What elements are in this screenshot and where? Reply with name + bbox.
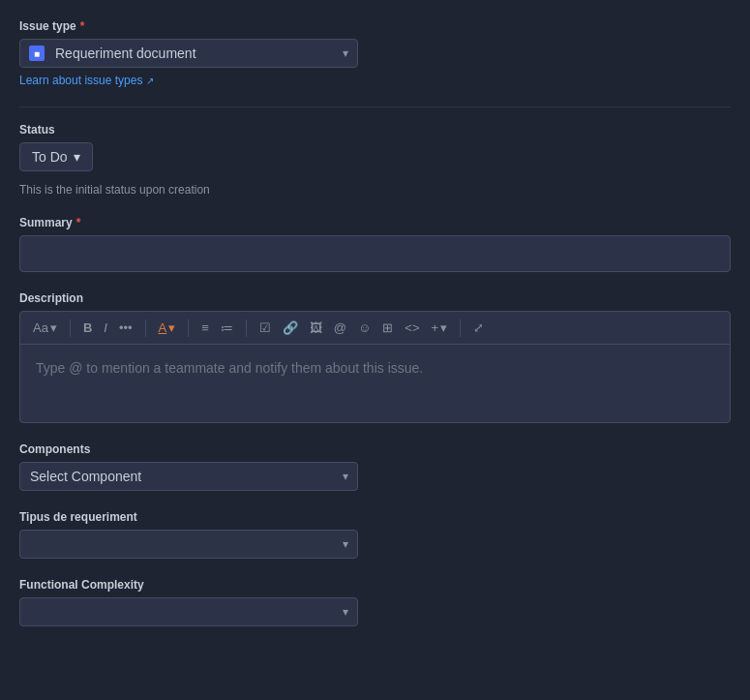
issue-type-select-wrapper: ■ Requeriment document Bug Task Story ▾ [19,39,358,68]
description-label: Description [19,291,731,305]
external-link-icon: ↗ [146,76,154,86]
table-button[interactable]: ⊞ [377,318,398,338]
issue-type-section: Issue type * ■ Requeriment document Bug … [19,19,731,87]
code-button[interactable]: <> [400,318,424,338]
text-format-group: B I ••• [78,318,137,338]
components-label: Components [19,442,731,456]
toolbar-divider-5 [460,320,461,337]
functional-complexity-select[interactable] [19,597,358,626]
tipus-select[interactable] [19,530,358,559]
toolbar-divider-3 [188,320,189,337]
status-hint: This is the initial status upon creation [19,183,731,197]
components-select[interactable]: Select Component [19,462,358,491]
required-star: * [80,19,85,33]
description-content[interactable]: Type @ to mention a teammate and notify … [20,345,730,422]
functional-complexity-label: Functional Complexity [19,578,731,592]
status-label: Status [19,123,731,137]
color-group: A ▾ [154,318,181,338]
color-chevron-icon: ▾ [168,320,175,335]
summary-label: Summary * [19,216,731,229]
expand-group: ⤢ [468,318,489,338]
tipus-label: Tipus de requeriment [19,510,731,524]
checklist-button[interactable]: ☑ [255,318,276,338]
issue-type-select[interactable]: Requeriment document Bug Task Story [19,39,358,68]
bold-button[interactable]: B [78,318,97,338]
bullet-list-button[interactable]: ≡ [196,318,214,338]
font-size-button[interactable]: Aa ▾ [28,318,62,338]
form-container: Issue type * ■ Requeriment document Bug … [0,10,750,655]
summary-required-star: * [76,216,81,229]
more-insert-chevron-icon: ▾ [440,320,447,335]
status-section: Status To Do ▾ This is the initial statu… [19,123,731,197]
insert-group: ☑ 🔗 🖼 @ ☺ ⊞ <> + ▾ [255,318,452,338]
italic-button[interactable]: I [99,318,112,338]
description-section: Description Aa ▾ B I [19,291,731,423]
expand-button[interactable]: ⤢ [468,318,489,338]
issue-type-label: Issue type * [19,19,731,33]
more-format-button[interactable]: ••• [114,318,137,338]
components-select-wrapper: Select Component ▾ [19,462,358,491]
summary-section: Summary * [19,216,731,272]
toolbar-divider-2 [145,320,146,337]
description-editor[interactable]: Aa ▾ B I ••• [19,311,731,423]
font-chevron-icon: ▾ [50,320,57,335]
toolbar-divider-1 [70,320,71,337]
toolbar-divider-4 [246,320,247,337]
mention-button[interactable]: @ [329,318,351,338]
color-button[interactable]: A ▾ [154,318,181,338]
editor-toolbar: Aa ▾ B I ••• [20,312,730,345]
link-button[interactable]: 🔗 [278,318,303,338]
tipus-select-wrapper: ▾ [19,530,358,559]
functional-complexity-select-wrapper: ▾ [19,597,358,626]
numbered-list-button[interactable]: ≔ [216,318,238,338]
summary-input[interactable] [19,235,731,272]
font-group: Aa ▾ [28,318,62,338]
learn-about-issue-types-link[interactable]: Learn about issue types ↗ [19,74,154,87]
divider-1 [19,107,731,107]
more-insert-button[interactable]: + ▾ [427,318,453,338]
list-group: ≡ ≔ [196,318,238,338]
tipus-section: Tipus de requeriment ▾ [19,510,731,559]
status-button[interactable]: To Do ▾ [19,142,93,171]
status-chevron-icon: ▾ [74,149,80,165]
image-button[interactable]: 🖼 [305,318,327,338]
functional-complexity-section: Functional Complexity ▾ [19,578,731,626]
emoji-button[interactable]: ☺ [353,318,375,338]
components-section: Components Select Component ▾ [19,442,731,491]
